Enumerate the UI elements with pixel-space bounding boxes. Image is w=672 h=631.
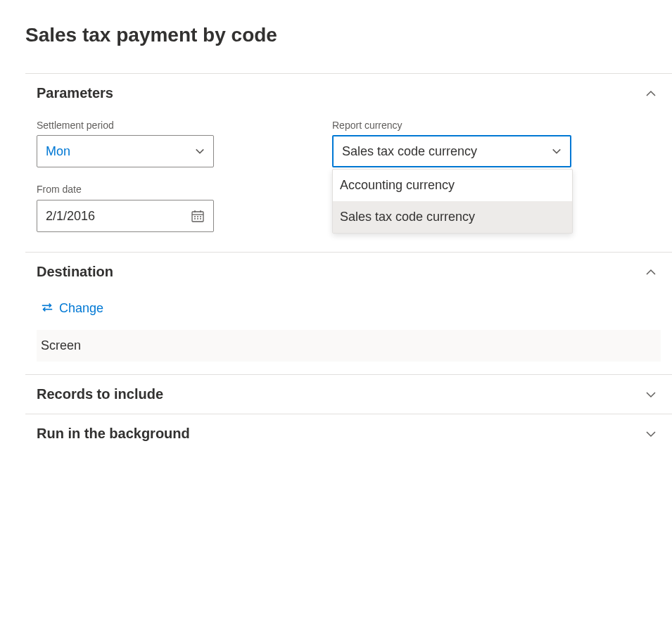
destination-value: Screen xyxy=(37,330,661,362)
chevron-down-icon xyxy=(195,146,205,156)
section-records: Records to include xyxy=(25,374,672,414)
section-records-title: Records to include xyxy=(37,386,163,402)
from-date-value: 2/1/2016 xyxy=(46,209,191,224)
field-settlement-period: Settlement period Mon From date 2/1/2016 xyxy=(37,120,214,232)
settlement-period-value: Mon xyxy=(46,144,195,159)
page-title: Sales tax payment by code xyxy=(25,24,672,46)
from-date-input[interactable]: 2/1/2016 xyxy=(37,200,214,232)
change-link-label: Change xyxy=(59,301,103,316)
settlement-period-select[interactable]: Mon xyxy=(37,135,214,167)
calendar-icon xyxy=(191,209,205,223)
report-currency-value: Sales tax code currency xyxy=(342,144,552,159)
section-destination-title: Destination xyxy=(37,264,113,280)
report-currency-select[interactable]: Sales tax code currency xyxy=(332,135,571,167)
section-parameters-title: Parameters xyxy=(37,85,113,101)
section-destination: Destination Change Screen xyxy=(25,252,672,374)
settlement-period-label: Settlement period xyxy=(37,120,214,131)
chevron-up-icon xyxy=(645,267,657,278)
section-background-header[interactable]: Run in the background xyxy=(25,414,672,453)
section-background-title: Run in the background xyxy=(37,426,190,442)
chevron-down-icon xyxy=(645,428,657,440)
change-destination-link[interactable]: Change xyxy=(41,301,103,316)
field-report-currency: Report currency Sales tax code currency … xyxy=(332,120,571,167)
section-parameters: Parameters Settlement period Mon F xyxy=(25,73,672,252)
from-date-label: From date xyxy=(37,184,82,195)
report-currency-dropdown: Accounting currency Sales tax code curre… xyxy=(332,169,573,234)
report-currency-label: Report currency xyxy=(332,120,571,131)
dropdown-option-sales-tax-code-currency[interactable]: Sales tax code currency xyxy=(333,201,572,233)
section-background: Run in the background xyxy=(25,414,672,453)
chevron-up-icon xyxy=(645,88,657,99)
section-destination-header[interactable]: Destination xyxy=(25,253,672,291)
chevron-down-icon xyxy=(645,389,657,400)
swap-arrows-icon xyxy=(41,301,53,316)
chevron-down-icon xyxy=(552,146,562,156)
section-records-header[interactable]: Records to include xyxy=(25,375,672,414)
dropdown-option-accounting-currency[interactable]: Accounting currency xyxy=(333,170,572,201)
section-parameters-header[interactable]: Parameters xyxy=(25,74,672,113)
